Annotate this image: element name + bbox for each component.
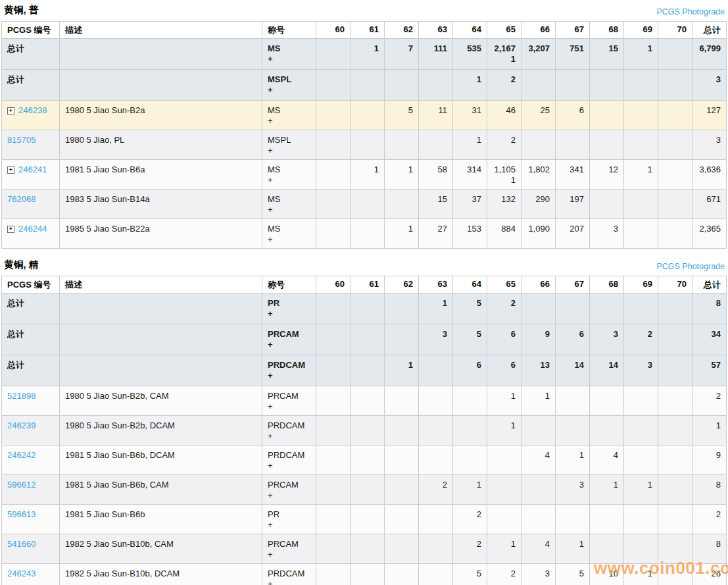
grade-count-cell: 4 <box>590 445 624 475</box>
designation-cell: PR+ <box>262 293 316 324</box>
pcgs-number-cell: 521898 <box>2 386 60 416</box>
grade-count: 14 <box>561 359 584 370</box>
grade-count-cell: 2 <box>692 386 727 416</box>
coin-description: 1980 5 Jiao, PL <box>65 135 124 145</box>
pcgs-number-cell: 246242 <box>2 445 60 475</box>
table-title: 黄铜, 普 <box>4 4 39 16</box>
description-cell <box>60 70 262 101</box>
grade-count-cell: 3 <box>692 130 727 160</box>
column-header: 69 <box>624 22 658 39</box>
expand-icon[interactable]: + <box>7 107 14 114</box>
table-row: 2462391980 5 Jiao Sun-B2b, DCAMPRDCAM+11 <box>2 416 727 445</box>
grade-count-cell <box>590 386 624 416</box>
grade-count: 3 <box>698 134 721 145</box>
grade-count-cell: 1 <box>487 386 522 416</box>
grade-count: 1 <box>356 43 379 54</box>
description-cell: 1981 5 Jiao Sun-B6b <box>60 505 262 534</box>
pcgs-number-cell: 246239 <box>2 416 60 445</box>
pcgs-number-cell: 815705 <box>2 130 60 160</box>
grade-count-cell <box>316 219 351 249</box>
grade-count-cell <box>522 70 556 101</box>
pcgs-number-link[interactable]: 815705 <box>7 135 36 145</box>
designation-cell: PRCAM+ <box>262 534 316 564</box>
grade-count: 1 <box>493 390 516 401</box>
grade-count-cell <box>522 505 556 534</box>
grade-count: 884 <box>493 223 516 234</box>
pcgs-number-link[interactable]: 246238 <box>18 105 47 115</box>
pcgs-photograde-link[interactable]: PCGS Photograde <box>656 262 725 271</box>
grade-count: 12 <box>595 164 618 175</box>
pcgs-number-link[interactable]: 246239 <box>7 420 36 430</box>
grade-count-cell: 2 <box>487 130 522 160</box>
coin-description: 1980 5 Jiao Sun-B2b, DCAM <box>65 420 175 430</box>
grade-count-cell: 3 <box>590 324 624 355</box>
pcgs-number-cell: +246241 <box>2 160 60 190</box>
grade-count-cell <box>624 505 658 534</box>
grade-count-cell <box>351 130 385 160</box>
description-cell: 1981 5 Jiao Sun-B6b, CAM <box>60 475 262 505</box>
grade-count-cell <box>316 416 351 445</box>
grade-count: 197 <box>561 193 584 205</box>
column-header: 70 <box>658 276 692 293</box>
pcgs-number-link[interactable]: 246241 <box>18 165 47 174</box>
grade-count-cell <box>419 416 453 445</box>
grade-count-cell <box>316 70 351 101</box>
column-header: 68 <box>590 276 624 293</box>
grade-count-cell: 1 <box>556 534 590 564</box>
grade-count-cell: 1,802 <box>522 160 556 190</box>
grade-count-cell: 7 <box>385 39 419 70</box>
grade-count-cell: 127 <box>692 101 727 130</box>
column-header: 描述 <box>60 276 262 293</box>
grade-count-cell <box>351 416 385 445</box>
column-header: 65 <box>487 276 522 293</box>
grade-count-cell <box>385 505 419 534</box>
pcgs-number-link[interactable]: 541660 <box>7 539 36 549</box>
designation-cell: PRCAM+ <box>262 324 316 355</box>
pcgs-number-cell: 总计 <box>2 355 60 386</box>
pcgs-number-cell: 总计 <box>2 324 60 355</box>
grade-count-cell: 5 <box>385 101 419 130</box>
grade-count-cell: 5 <box>453 324 487 355</box>
pcgs-photograde-link[interactable]: PCGS Photograde <box>656 7 725 16</box>
column-header: 63 <box>419 276 453 293</box>
coin-description: 1981 5 Jiao Sun-B6a <box>65 165 145 174</box>
grade-count: 2 <box>493 297 516 309</box>
grade-count: 10 <box>595 568 618 579</box>
grade-count-cell: 14 <box>590 355 624 386</box>
pcgs-number-link[interactable]: 596613 <box>7 509 36 519</box>
coin-description: 1983 5 Jiao Sun-B14a <box>65 194 150 204</box>
grade-count-cell <box>658 475 692 505</box>
grade-count-cell: 3,207 <box>522 39 556 70</box>
grade-count-cell <box>658 445 692 475</box>
grade-count: 6 <box>493 328 516 340</box>
grade-count-cell: 1 <box>556 445 590 475</box>
grade-count-cell <box>419 564 453 585</box>
expand-icon[interactable]: + <box>7 226 14 233</box>
column-header: 70 <box>658 22 692 39</box>
designation-label: PRDCAM <box>268 359 310 370</box>
column-header: 65 <box>487 22 522 39</box>
grade-count-cell <box>385 70 419 101</box>
grade-count: 1 <box>458 134 481 145</box>
grade-count-cell: 2,365 <box>692 219 727 249</box>
pcgs-number-cell: 762068 <box>2 190 60 219</box>
designation-cell: PRCAM+ <box>262 386 316 416</box>
designation-label: MS <box>268 193 310 205</box>
expand-icon[interactable]: + <box>7 166 14 174</box>
pcgs-number-link[interactable]: 596612 <box>7 480 36 490</box>
grade-count-cell <box>624 190 658 219</box>
grade-count-cell <box>351 564 385 585</box>
pcgs-number-link[interactable]: 521898 <box>7 391 36 401</box>
pcgs-number-link[interactable]: 762068 <box>7 194 36 204</box>
grade-count: 1 <box>458 479 481 490</box>
pcgs-number-link[interactable]: 246243 <box>7 569 36 578</box>
grade-count-cell: 6 <box>556 324 590 355</box>
grade-count-cell <box>658 386 692 416</box>
pcgs-number-link[interactable]: 246244 <box>18 224 47 234</box>
pcgs-number-link[interactable]: 246242 <box>7 450 36 460</box>
grade-count: 13 <box>527 359 550 370</box>
pcgs-number-cell: 总计 <box>2 293 60 324</box>
pcgs-number-cell: 596613 <box>2 505 60 534</box>
designation-cell: MS+ <box>262 39 316 70</box>
grade-count-cell: 1 <box>487 534 522 564</box>
